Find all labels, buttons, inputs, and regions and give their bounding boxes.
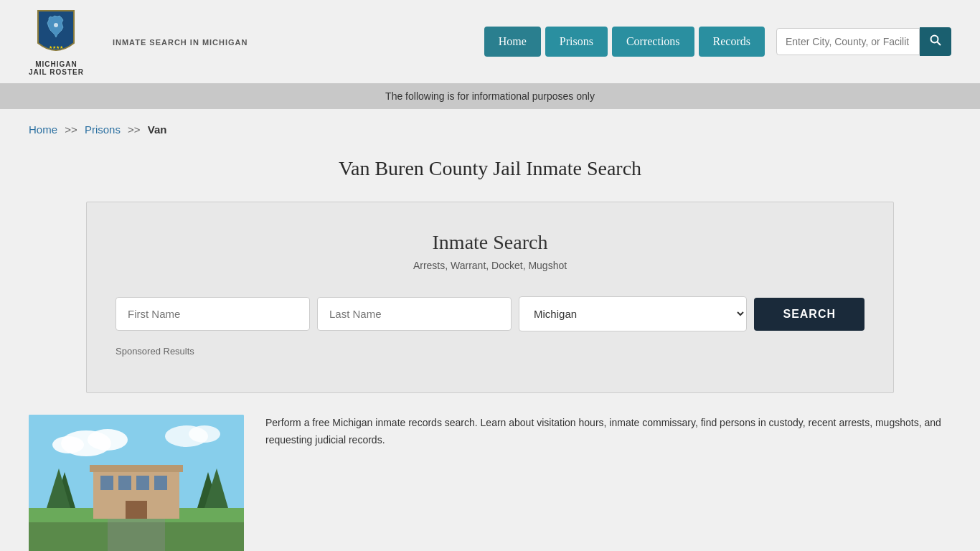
facility-image	[29, 415, 244, 551]
logo-line1: MICHIGAN	[35, 60, 77, 68]
breadcrumb: Home >> Prisons >> Van	[0, 109, 980, 150]
search-icon	[930, 34, 941, 46]
header-search-button[interactable]	[920, 27, 951, 56]
nav-records[interactable]: Records	[699, 27, 765, 57]
svg-point-0	[54, 23, 58, 27]
search-submit-button[interactable]: SEARCH	[754, 298, 864, 331]
search-card-title: Inmate Search	[116, 231, 864, 254]
breadcrumb-home[interactable]: Home	[29, 123, 57, 136]
description-section: Perform a free Michigan inmate records s…	[29, 415, 951, 551]
first-name-input[interactable]	[116, 297, 310, 331]
header-search	[776, 27, 951, 56]
nav-home[interactable]: Home	[484, 27, 541, 57]
description-text: Perform a free Michigan inmate records s…	[265, 415, 951, 551]
main-nav: Home Prisons Corrections Records	[484, 27, 951, 57]
breadcrumb-current: Van	[148, 123, 167, 136]
page-title: Van Buren County Jail Inmate Search	[29, 157, 951, 180]
info-bar-text: The following is for informational purpo…	[385, 90, 595, 102]
last-name-input[interactable]	[317, 297, 512, 331]
state-select[interactable]: Michigan Alabama Alaska Arizona Californ…	[519, 296, 747, 331]
info-bar: The following is for informational purpo…	[0, 83, 980, 109]
breadcrumb-sep2: >>	[128, 123, 141, 136]
svg-rect-17	[154, 476, 167, 490]
svg-rect-18	[126, 501, 147, 519]
svg-rect-14	[100, 476, 113, 490]
nav-corrections[interactable]: Corrections	[612, 27, 694, 57]
svg-rect-23	[108, 519, 165, 551]
svg-rect-16	[136, 476, 149, 490]
breadcrumb-prisons[interactable]: Prisons	[85, 123, 121, 136]
svg-point-6	[88, 429, 128, 451]
logo-text: MICHIGAN JAIL ROSTER	[29, 60, 84, 76]
svg-text:★★★★: ★★★★	[49, 45, 63, 50]
svg-line-3	[938, 42, 941, 46]
search-card-subtitle: Arrests, Warrant, Docket, Mugshot	[116, 260, 864, 271]
svg-rect-13	[90, 465, 183, 472]
header-search-input[interactable]	[776, 28, 920, 55]
svg-rect-15	[118, 476, 131, 490]
facility-illustration	[29, 415, 244, 551]
svg-point-9	[189, 425, 220, 443]
site-logo[interactable]: ★★★★ MICHIGAN JAIL ROSTER	[29, 7, 84, 76]
svg-point-2	[931, 36, 938, 43]
breadcrumb-sep1: >>	[65, 123, 77, 136]
svg-point-7	[52, 436, 84, 453]
inmate-search-form: Michigan Alabama Alaska Arizona Californ…	[116, 296, 864, 331]
logo-line2: JAIL ROSTER	[29, 68, 84, 76]
michigan-shield-icon: ★★★★	[34, 7, 77, 57]
nav-prisons[interactable]: Prisons	[545, 27, 608, 57]
site-subtitle: INMATE SEARCH IN MICHIGAN	[105, 35, 248, 48]
search-card: Inmate Search Arrests, Warrant, Docket, …	[86, 202, 894, 393]
site-header: ★★★★ MICHIGAN JAIL ROSTER INMATE SEARCH …	[0, 0, 980, 83]
sponsored-results-label: Sponsored Results	[116, 346, 864, 357]
